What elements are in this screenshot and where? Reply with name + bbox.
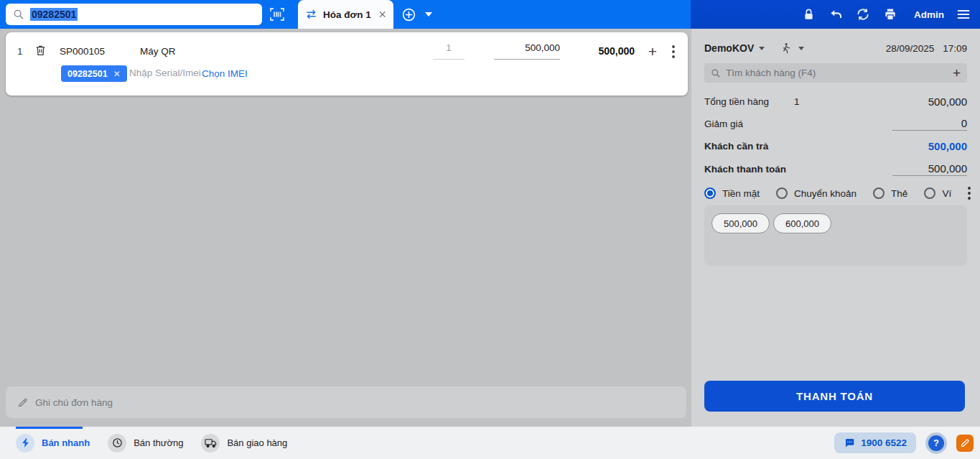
add-tab-icon[interactable]: [401, 6, 416, 22]
add-customer-icon[interactable]: +: [953, 65, 961, 81]
payment-method-label: Thẻ: [891, 188, 907, 199]
branch-name: DemoKOV: [704, 42, 754, 54]
payment-method-wallet[interactable]: Ví: [924, 187, 951, 199]
payment-more-options-icon[interactable]: [968, 185, 971, 201]
walk-in-icon: [780, 42, 791, 55]
paid-input[interactable]: 500,000: [892, 162, 967, 176]
search-icon: [13, 9, 24, 20]
item-count: 1: [794, 96, 800, 107]
choose-imei-link[interactable]: Chọn IMEI: [202, 68, 248, 79]
sync-icon[interactable]: [855, 6, 871, 22]
hotline-button[interactable]: 1900 6522: [834, 432, 916, 453]
clock-icon: [108, 434, 126, 453]
close-tab-icon[interactable]: [378, 10, 386, 19]
admin-user-label[interactable]: Admin: [914, 9, 944, 20]
cash-suggestion-chip[interactable]: 600,000: [773, 213, 831, 233]
payment-method-label: Ví: [942, 188, 951, 199]
cash-suggestion-zone: 500,000 600,000: [704, 205, 967, 266]
tab-menu-caret-icon[interactable]: [425, 12, 432, 17]
mode-normal-sale[interactable]: Bán thường: [108, 434, 183, 453]
serial-input[interactable]: Nhập Serial/Imei: [129, 68, 201, 78]
order-date: 28/09/2025: [886, 43, 935, 54]
order-note-input[interactable]: Ghi chú đơn hàng: [6, 386, 686, 418]
mode-label: Bán nhanh: [42, 437, 90, 448]
delete-item-icon[interactable]: [34, 44, 50, 60]
payment-method-cash[interactable]: Tiền mặt: [704, 187, 760, 199]
due-label: Khách cần trả: [704, 141, 768, 152]
due-value: 500,000: [928, 140, 967, 152]
checkout-panel: DemoKOV 28/09/2025 17:09 Tìm kh: [691, 29, 980, 427]
quantity-input[interactable]: 1: [433, 42, 465, 60]
discount-label: Giảm giá: [704, 119, 743, 129]
order-time: 17:09: [943, 43, 967, 54]
subtotal-value: 500,000: [928, 96, 967, 108]
serial-tag-value: 09282501: [67, 69, 108, 79]
radio-icon[interactable]: [924, 187, 935, 199]
feedback-button[interactable]: [956, 435, 974, 452]
payment-methods: Tiền mặt Chuyển khoản Thẻ Ví: [704, 184, 970, 203]
help-button[interactable]: ?: [925, 432, 947, 454]
lock-icon[interactable]: [801, 6, 816, 22]
lightning-icon: [16, 434, 34, 453]
printer-icon[interactable]: [882, 6, 898, 22]
new-tab-controls: [401, 0, 432, 29]
pay-button[interactable]: THANH TOÁN: [704, 381, 965, 412]
remove-serial-icon[interactable]: ✕: [113, 69, 121, 79]
undo-icon[interactable]: [828, 6, 844, 22]
customer-search-placeholder: Tìm khách hàng (F4): [726, 68, 948, 78]
product-search-input[interactable]: 09282501: [6, 4, 262, 25]
cart-item-card: 1 SP000105 Máy QR 1 500,000 500,000 +: [6, 32, 688, 96]
due-row: Khách cần trả 500,000: [704, 138, 967, 154]
payment-method-label: Tiền mặt: [722, 188, 760, 199]
order-note-placeholder: Ghi chú đơn hàng: [35, 397, 113, 408]
top-bar-right: Admin: [691, 0, 980, 29]
branch-caret-icon: [759, 47, 765, 50]
order-datetime[interactable]: 28/09/2025 17:09: [886, 43, 967, 54]
search-icon: [711, 68, 721, 78]
sale-channel-caret-icon: [798, 47, 804, 50]
hotline-number: 1900 6522: [861, 437, 907, 448]
top-bar: 09282501 Hóa đơn 1: [0, 0, 980, 29]
paid-row: Khách thanh toán 500,000: [704, 161, 967, 177]
swap-icon: [305, 8, 317, 21]
truck-icon: [201, 434, 220, 453]
barcode-scan-icon[interactable]: [269, 6, 287, 23]
sale-modes: Bán nhanh Bán thường Bán: [16, 427, 287, 459]
pencil-icon: [17, 397, 28, 408]
mode-label: Bán giao hàng: [227, 437, 287, 448]
hamburger-menu-icon[interactable]: [956, 6, 971, 22]
bottom-bar: Bán nhanh Bán thường Bán: [0, 427, 980, 459]
line-number: 1: [17, 46, 23, 57]
radio-selected-icon[interactable]: [704, 187, 716, 199]
cash-suggestion-chip[interactable]: 500,000: [711, 213, 770, 233]
discount-input[interactable]: 0: [892, 117, 967, 131]
item-name[interactable]: Máy QR: [140, 46, 176, 57]
chat-bubble-icon: [844, 437, 855, 448]
subtotal-label: Tổng tiền hàng: [704, 96, 769, 107]
serial-tag[interactable]: 09282501 ✕: [61, 65, 127, 82]
serial-row: 09282501 ✕ Nhập Serial/Imei Chọn IMEI: [6, 65, 688, 83]
customer-search-input[interactable]: Tìm khách hàng (F4) +: [704, 63, 967, 83]
sale-channel-selector[interactable]: [780, 42, 804, 55]
unit-price-input[interactable]: 500,000: [494, 42, 560, 60]
radio-icon[interactable]: [776, 187, 788, 199]
feedback-pencil-icon: [961, 438, 970, 448]
radio-icon[interactable]: [873, 187, 885, 199]
bottom-bar-right: 1900 6522 ?: [834, 432, 974, 453]
item-code[interactable]: SP000105: [60, 46, 105, 57]
item-more-options-icon[interactable]: [666, 44, 681, 60]
branch-selector[interactable]: DemoKOV: [704, 42, 765, 54]
subtotal-row: Tổng tiền hàng 1 500,000: [704, 93, 967, 109]
add-line-icon[interactable]: +: [645, 44, 661, 60]
cart-item-row: 1 SP000105 Máy QR 1 500,000 500,000 +: [6, 42, 688, 61]
payment-method-label: Chuyển khoản: [794, 188, 857, 199]
payment-method-transfer[interactable]: Chuyển khoản: [776, 187, 857, 199]
mode-quick-sale[interactable]: Bán nhanh: [16, 434, 90, 453]
discount-row: Giảm giá 0: [704, 116, 967, 131]
mode-delivery-sale[interactable]: Bán giao hàng: [201, 434, 287, 453]
tab-invoice-1[interactable]: Hóa đơn 1: [298, 0, 393, 29]
pos-app: 09282501 Hóa đơn 1: [0, 0, 980, 459]
payment-method-card[interactable]: Thẻ: [873, 187, 907, 199]
tab-label: Hóa đơn 1: [323, 9, 371, 20]
panel-header: DemoKOV 28/09/2025 17:09: [704, 40, 967, 56]
